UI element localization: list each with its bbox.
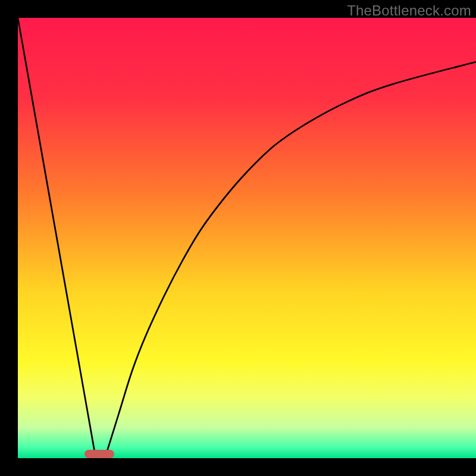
watermark-text: TheBottleneck.com xyxy=(347,2,471,19)
curve-right-branch xyxy=(105,62,476,458)
optimal-marker xyxy=(84,450,114,458)
curves-layer xyxy=(18,18,476,458)
chart-frame: TheBottleneck.com xyxy=(0,0,476,476)
plot-area xyxy=(18,18,476,458)
curve-left-branch xyxy=(18,18,96,458)
